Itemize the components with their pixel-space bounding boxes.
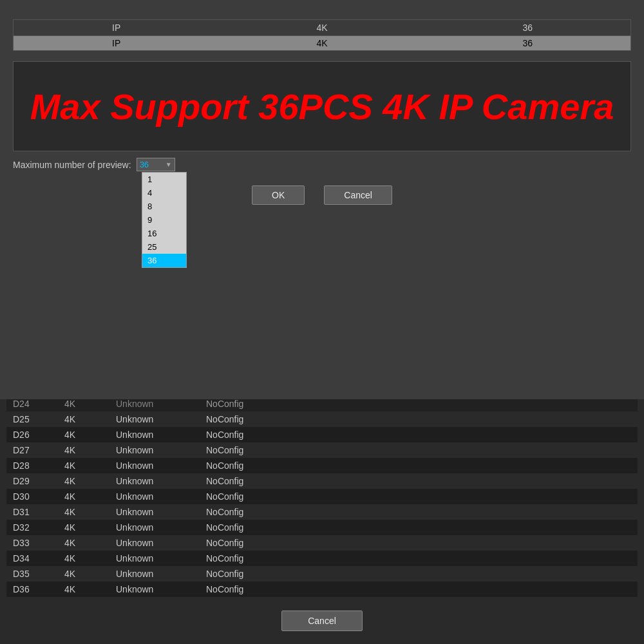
type-cell: 4K [64,567,116,580]
col-ip: IP [14,20,219,36]
ch-cell: D34 [13,552,64,565]
ch-cell: D31 [13,506,64,518]
type-cell: 4K [64,536,116,549]
status-cell: Unknown [116,552,206,565]
status-cell: Unknown [116,444,206,457]
promo-area: Max Support 36PCS 4K IP Camera [13,61,631,151]
preview-select[interactable]: 36 ▼ [137,158,175,171]
channel-list-inner: D24 4K Unknown NoConfig D25 4K Unknown N… [6,396,638,597]
type-cell: 4K [64,459,116,472]
status-cell: Unknown [116,459,206,472]
ch-cell: D25 [13,413,64,426]
config-cell: NoConfig [206,475,296,488]
config-cell: NoConfig [206,428,296,441]
config-cell: NoConfig [206,397,296,410]
dialog-overlay: IP 4K 36 IP 4K 36 Max Support 36PCS 4K I… [0,0,644,399]
cancel-button[interactable]: Cancel [324,185,392,205]
channel-table-row[interactable]: IP 4K 36 [14,36,630,50]
dropdown-item-36[interactable]: 36 [142,254,186,267]
status-cell: Unknown [116,428,206,441]
row-ip: IP [14,36,219,50]
preview-label: Maximum number of preview: [13,160,131,170]
ch-cell: D33 [13,536,64,549]
dropdown-item-16[interactable]: 16 [142,227,186,240]
status-cell: Unknown [116,521,206,534]
table-row: D31 4K Unknown NoConfig [6,504,638,520]
config-cell: NoConfig [206,413,296,426]
row-4k: 4K [219,36,424,50]
status-cell: Unknown [116,567,206,580]
select-value: 36 [140,160,149,169]
table-row: D35 4K Unknown NoConfig [6,566,638,582]
dropdown-item-8[interactable]: 8 [142,200,186,213]
table-row: D26 4K Unknown NoConfig [6,427,638,442]
ch-cell: D36 [13,583,64,596]
status-cell: Unknown [116,475,206,488]
ok-button[interactable]: OK [252,185,305,205]
table-row: D30 4K Unknown NoConfig [6,489,638,504]
channel-list-table: D24 4K Unknown NoConfig D25 4K Unknown N… [0,396,644,597]
config-cell: NoConfig [206,521,296,534]
type-cell: 4K [64,444,116,457]
type-cell: 4K [64,413,116,426]
type-cell: 4K [64,428,116,441]
col-36: 36 [425,20,630,36]
channel-type-table: IP 4K 36 IP 4K 36 [13,19,631,51]
ch-cell: D24 [13,397,64,410]
table-row: D34 4K Unknown NoConfig [6,551,638,566]
type-cell: 4K [64,583,116,596]
config-cell: NoConfig [206,490,296,503]
channel-table-header: IP 4K 36 [14,20,630,36]
status-cell: Unknown [116,506,206,518]
ch-cell: D27 [13,444,64,457]
dropdown-item-4[interactable]: 4 [142,186,186,200]
row-36: 36 [425,36,630,50]
dropdown-item-9[interactable]: 9 [142,213,186,227]
config-cell: NoConfig [206,444,296,457]
col-4k: 4K [219,20,424,36]
table-row: D28 4K Unknown NoConfig [6,458,638,473]
bottom-cancel-wrap: Cancel [0,611,644,631]
table-row: D29 4K Unknown NoConfig [6,473,638,489]
preview-row: Maximum number of preview: 36 ▼ 1 4 8 9 … [13,158,631,171]
dropdown-list: 1 4 8 9 16 25 36 [142,172,187,268]
status-cell: Unknown [116,583,206,596]
type-cell: 4K [64,521,116,534]
table-row: D36 4K Unknown NoConfig [6,582,638,597]
dropdown-item-25[interactable]: 25 [142,240,186,254]
ch-cell: D26 [13,428,64,441]
type-cell: 4K [64,506,116,518]
table-row: D25 4K Unknown NoConfig [6,412,638,427]
table-row: D32 4K Unknown NoConfig [6,520,638,535]
ch-cell: D35 [13,567,64,580]
config-cell: NoConfig [206,552,296,565]
dialog-buttons: OK Cancel [13,185,631,205]
config-cell: NoConfig [206,506,296,518]
ch-cell: D29 [13,475,64,488]
status-cell: Unknown [116,397,206,410]
status-cell: Unknown [116,536,206,549]
table-row: D33 4K Unknown NoConfig [6,535,638,551]
promo-text: Max Support 36PCS 4K IP Camera [30,86,614,128]
status-cell: Unknown [116,490,206,503]
config-cell: NoConfig [206,583,296,596]
config-cell: NoConfig [206,459,296,472]
table-row: D27 4K Unknown NoConfig [6,442,638,458]
ch-cell: D30 [13,490,64,503]
dropdown-item-1[interactable]: 1 [142,173,186,186]
status-cell: Unknown [116,413,206,426]
ch-cell: D32 [13,521,64,534]
ch-cell: D28 [13,459,64,472]
select-arrow-icon: ▼ [166,161,172,168]
type-cell: 4K [64,490,116,503]
type-cell: 4K [64,552,116,565]
bottom-cancel-button[interactable]: Cancel [281,611,363,631]
config-cell: NoConfig [206,567,296,580]
type-cell: 4K [64,475,116,488]
config-cell: NoConfig [206,536,296,549]
type-cell: 4K [64,397,116,410]
